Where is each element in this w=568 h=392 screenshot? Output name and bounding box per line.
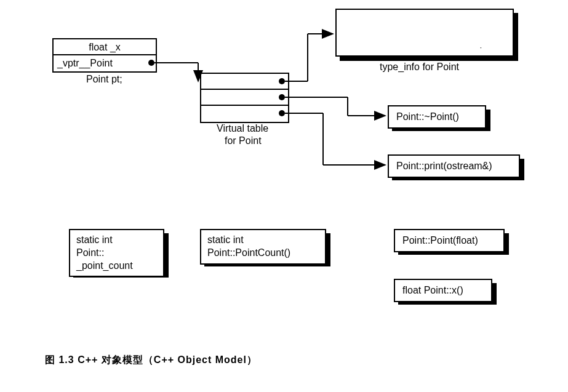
typeinfo-caption: type_info for Point xyxy=(380,62,459,73)
staticvar-line2: Point:: xyxy=(76,247,157,260)
vtable-box xyxy=(200,73,289,123)
staticfunc-box: static int Point::PointCount() xyxy=(200,229,326,265)
figure-caption: 图 1.3 C++ 对象模型（C++ Object Model） xyxy=(45,354,257,367)
object-row-vptr: _vptr__Point xyxy=(54,55,156,71)
staticfunc-line2: Point::PointCount() xyxy=(207,247,319,260)
object-row-floatx: float _x xyxy=(54,39,156,55)
staticvar-line1: static int xyxy=(76,234,157,247)
ctor-box: Point::Point(float) xyxy=(394,229,505,252)
object-caption: Point pt; xyxy=(86,74,122,85)
vtable-dot-1 xyxy=(279,94,285,100)
funcx-box: float Point::x() xyxy=(394,279,492,302)
ctor-text: Point::Point(float) xyxy=(402,235,478,246)
funcx-text: float Point::x() xyxy=(402,285,463,295)
print-text: Point::print(ostream&) xyxy=(396,161,492,171)
staticfunc-line1: static int xyxy=(207,234,319,247)
destructor-box: Point::~Point() xyxy=(388,105,486,129)
vptr-dot xyxy=(148,60,154,66)
vtable-row-0 xyxy=(201,74,288,90)
vtable-caption-1: Virtual table xyxy=(217,123,268,134)
typeinfo-dotchar: · xyxy=(480,43,482,52)
vtable-caption-2: for Point xyxy=(225,135,262,146)
vtable-dot-2 xyxy=(279,110,285,116)
staticvar-box: static int Point:: _point_count xyxy=(69,229,164,277)
vtable-row-2 xyxy=(201,106,288,122)
destructor-text: Point::~Point() xyxy=(396,111,459,122)
typeinfo-box: · xyxy=(335,9,514,57)
object-box: float _x _vptr__Point xyxy=(52,38,157,73)
vtable-row-1 xyxy=(201,90,288,106)
vtable-dot-0 xyxy=(279,78,285,84)
staticvar-line3: _point_count xyxy=(76,260,157,273)
print-box: Point::print(ostream&) xyxy=(388,154,520,178)
